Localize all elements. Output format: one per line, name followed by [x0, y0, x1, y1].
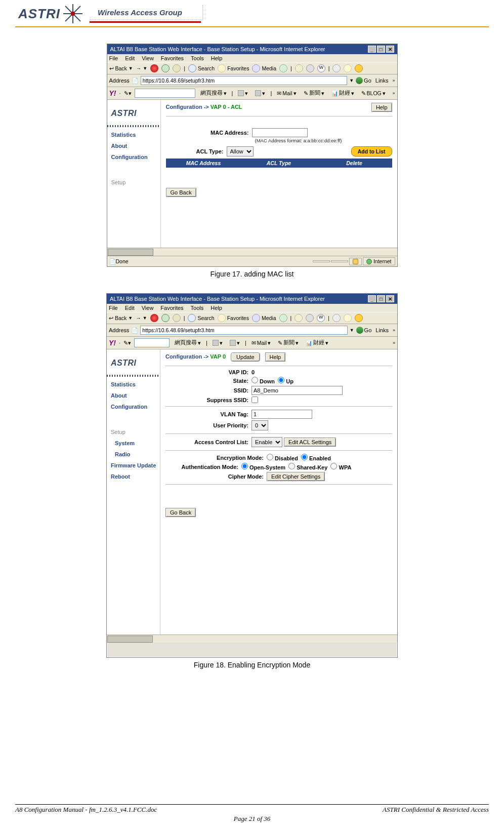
mail-icon[interactable]	[295, 314, 303, 322]
search-button[interactable]: Search	[188, 314, 214, 322]
sidebar-item-configuration[interactable]: Configuration	[107, 401, 160, 412]
menu-file[interactable]: File	[109, 55, 118, 61]
pencil-icon[interactable]: ✎▾	[123, 340, 131, 346]
auth-open-radio[interactable]: Open-System	[241, 463, 285, 470]
print-icon[interactable]	[306, 64, 314, 72]
yahoo-mail[interactable]: ✉ Mail ▾	[249, 339, 273, 346]
url-dropdown-icon[interactable]: ▼	[350, 328, 354, 333]
menu-tools[interactable]: Tools	[191, 305, 204, 311]
refresh-icon[interactable]	[161, 314, 170, 322]
media-button[interactable]: Media	[252, 314, 276, 322]
yahoo-news[interactable]: ✎ 新聞 ▾	[276, 339, 301, 347]
dash-icon[interactable]	[332, 64, 341, 72]
yahoo-finance[interactable]: 📊 財經 ▾	[329, 89, 356, 97]
h-scrollbar[interactable]	[107, 248, 397, 256]
acl-select[interactable]: Enable	[251, 437, 282, 447]
forward-button[interactable]: → ▼	[136, 315, 147, 321]
sidebar-item-reboot[interactable]: Reboot	[107, 471, 160, 482]
vlan-input[interactable]	[251, 410, 312, 419]
menu-tools[interactable]: Tools	[191, 55, 204, 61]
media-button[interactable]: Media	[252, 64, 276, 72]
url-dropdown-icon[interactable]: ▼	[349, 78, 354, 83]
back-button[interactable]: ↩ Back ▼	[109, 315, 133, 321]
sidebar-item-setup[interactable]: Setup	[107, 177, 160, 188]
go-button[interactable]: Go	[356, 327, 372, 334]
sidebar-item-radio[interactable]: Radio	[107, 449, 160, 460]
menu-edit[interactable]: Edit	[125, 55, 135, 61]
smile-icon[interactable]	[355, 314, 363, 322]
sidebar-item-statistics[interactable]: Statistics	[107, 379, 160, 390]
go-back-button[interactable]: Go Back	[165, 508, 196, 517]
menu-favorites[interactable]: Favorites	[160, 305, 183, 311]
yahoo-logo-icon[interactable]: Y!	[109, 89, 116, 97]
add-to-list-button[interactable]: Add to List	[351, 146, 392, 156]
state-up-radio[interactable]: Up	[278, 377, 293, 384]
menu-favorites[interactable]: Favorites	[161, 55, 184, 61]
sidebar-item-system[interactable]: System	[107, 438, 160, 449]
auth-shared-radio[interactable]: Shared-Key	[288, 463, 327, 470]
note-icon[interactable]	[344, 64, 352, 72]
sidebar-item-setup[interactable]: Setup	[107, 426, 160, 438]
history-icon[interactable]	[279, 64, 287, 72]
word-icon[interactable]: W	[317, 314, 325, 322]
suppress-checkbox[interactable]	[251, 397, 258, 403]
favorites-button[interactable]: Favorites	[218, 64, 249, 72]
maximize-icon[interactable]: □	[377, 46, 385, 53]
back-button[interactable]: ↩ Back ▼	[109, 65, 133, 71]
help-button[interactable]: Help	[371, 103, 392, 112]
yahoo-chip-b[interactable]: ▾	[228, 339, 242, 346]
menu-view[interactable]: View	[142, 55, 154, 61]
yahoo-mail[interactable]: ✉ Mail ▾	[275, 90, 298, 97]
smile-icon[interactable]	[355, 64, 363, 72]
favorites-button[interactable]: Favorites	[218, 314, 249, 322]
sidebar-item-firmware[interactable]: Firmware Update	[107, 460, 160, 471]
go-button[interactable]: Go	[356, 77, 371, 84]
menu-help[interactable]: Help	[211, 305, 222, 311]
mac-input[interactable]	[252, 128, 308, 137]
url-field[interactable]	[141, 76, 347, 85]
ssid-input[interactable]	[251, 386, 343, 395]
edit-acl-button[interactable]: Edit ACL Settings	[284, 438, 336, 447]
yahoo-search-btn[interactable]: 網頁搜尋 ▾	[173, 339, 203, 347]
home-icon[interactable]	[173, 64, 181, 72]
yahoo-search-btn[interactable]: 網頁搜尋 ▾	[198, 89, 229, 97]
update-button[interactable]: Update	[231, 352, 260, 362]
menu-help[interactable]: Help	[211, 55, 223, 61]
sidebar-item-configuration[interactable]: Configuration	[107, 151, 160, 163]
yahoo-chip-b[interactable]: ▾	[253, 90, 267, 97]
maximize-icon[interactable]: □	[377, 295, 385, 302]
auth-wpa-radio[interactable]: WPA	[330, 463, 351, 470]
forward-button[interactable]: → ▼	[136, 65, 147, 71]
home-icon[interactable]	[173, 314, 181, 322]
search-button[interactable]: Search	[188, 64, 215, 72]
close-icon[interactable]: ✕	[386, 46, 394, 53]
minimize-icon[interactable]: _	[368, 46, 376, 53]
yahoo-chip-a[interactable]: ▾	[211, 339, 225, 346]
minimize-icon[interactable]: _	[368, 295, 376, 302]
menu-view[interactable]: View	[142, 305, 154, 311]
url-field[interactable]	[140, 326, 347, 335]
yahoo-news[interactable]: ✎ 新聞 ▾	[302, 89, 326, 97]
stop-icon[interactable]	[150, 314, 158, 322]
menu-edit[interactable]: Edit	[125, 305, 135, 311]
mail-icon[interactable]	[295, 64, 303, 72]
yahoo-logo-icon[interactable]: Y!	[109, 339, 116, 347]
priority-select[interactable]: 0	[251, 420, 268, 430]
yahoo-search-field[interactable]	[135, 89, 195, 98]
enc-disabled-radio[interactable]: Disabled	[267, 454, 298, 461]
go-back-button[interactable]: Go Back	[166, 188, 196, 197]
yahoo-search-field[interactable]	[134, 338, 170, 347]
note-icon[interactable]	[344, 314, 352, 322]
edit-cipher-button[interactable]: Edit Cipher Settings	[267, 472, 325, 481]
dash-icon[interactable]	[332, 314, 341, 322]
acl-type-select[interactable]: Allow	[227, 146, 254, 156]
yahoo-blog[interactable]: ✎ BLOG ▾	[359, 90, 388, 97]
pencil-icon[interactable]: ✎▾	[124, 90, 132, 97]
sidebar-item-statistics[interactable]: Statistics	[107, 129, 160, 140]
close-icon[interactable]: ✕	[386, 295, 394, 302]
enc-enabled-radio[interactable]: Enabled	[301, 454, 331, 461]
refresh-icon[interactable]	[161, 64, 170, 72]
history-icon[interactable]	[279, 314, 287, 322]
state-down-radio[interactable]: Down	[251, 377, 275, 384]
print-icon[interactable]	[306, 314, 314, 322]
